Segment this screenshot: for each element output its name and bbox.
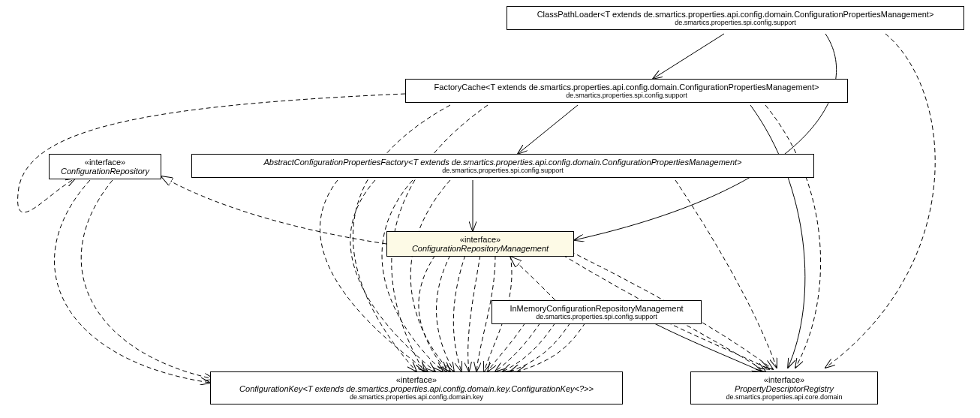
class-pkg: de.smartics.properties.spi.config.suppor…: [198, 167, 807, 174]
class-name: AbstractConfigurationPropertiesFactory<T…: [198, 158, 807, 167]
class-pkg: de.smartics.properties.spi.config.suppor…: [513, 19, 957, 26]
class-pkg: de.smartics.properties.api.core.domain: [697, 393, 871, 401]
stereotype: «interface»: [393, 235, 567, 244]
stereotype: «interface»: [697, 375, 871, 384]
node-propdescreg: «interface» PropertyDescriptorRegistry d…: [690, 371, 878, 404]
class-pkg: de.smartics.properties.spi.config.suppor…: [498, 313, 695, 320]
stereotype: «interface»: [56, 158, 155, 167]
diagram-edges: [0, 0, 980, 418]
class-name: ClassPathLoader<T extends de.smartics.pr…: [513, 10, 957, 19]
stereotype: «interface»: [217, 375, 616, 384]
class-name: PropertyDescriptorRegistry: [697, 384, 871, 393]
class-name: FactoryCache<T extends de.smartics.prope…: [412, 83, 841, 92]
class-name: ConfigurationRepository: [56, 167, 155, 176]
class-name: ConfigurationKey<T extends de.smartics.p…: [217, 384, 616, 393]
class-pkg: de.smartics.properties.spi.config.suppor…: [412, 92, 841, 99]
node-configurationrepository: «interface» ConfigurationRepository: [49, 154, 161, 179]
node-configkey: «interface» ConfigurationKey<T extends d…: [210, 371, 623, 404]
node-configrepomgmt: «interface» ConfigurationRepositoryManag…: [386, 231, 574, 257]
node-abstractfactory: AbstractConfigurationPropertiesFactory<T…: [191, 154, 814, 178]
node-factorycache: FactoryCache<T extends de.smartics.prope…: [405, 79, 848, 103]
node-inmemory: InMemoryConfigurationRepositoryManagemen…: [492, 300, 702, 324]
class-pkg: de.smartics.properties.api.config.domain…: [217, 393, 616, 401]
class-name: ConfigurationRepositoryManagement: [393, 244, 567, 253]
class-name: InMemoryConfigurationRepositoryManagemen…: [498, 304, 695, 313]
node-classpathloader: ClassPathLoader<T extends de.smartics.pr…: [507, 6, 964, 30]
